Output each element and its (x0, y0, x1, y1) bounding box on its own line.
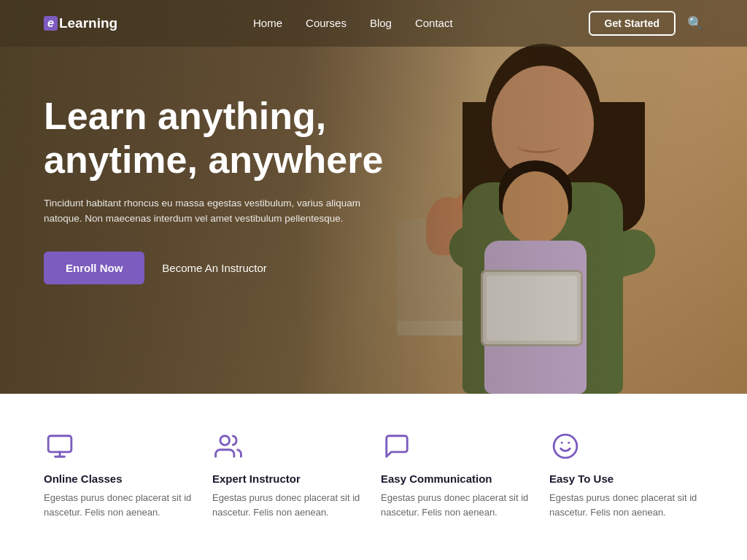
expert-instructor-title: Expert Instructor (212, 472, 366, 485)
easy-communication-desc: Egestas purus donec placerat sit id nasc… (381, 491, 535, 520)
nav-courses[interactable]: Courses (306, 17, 347, 29)
enroll-now-button[interactable]: Enroll Now (44, 252, 144, 284)
feature-online-classes: Online Classes Egestas purus donec place… (44, 430, 198, 520)
easy-to-use-icon (549, 430, 581, 462)
hero-section: Learn anything, anytime, anywhere Tincid… (0, 0, 747, 394)
hero-actions: Enroll Now Become An Instructor (44, 252, 401, 284)
online-classes-icon (44, 430, 76, 462)
feature-easy-communication: Easy Communication Egestas purus donec p… (381, 430, 535, 520)
search-icon[interactable]: 🔍 (687, 15, 703, 31)
logo-text: Learning (59, 15, 117, 31)
nav-links: Home Courses Blog Contact (253, 17, 453, 30)
hero-title: Learn anything, anytime, anywhere (44, 95, 401, 182)
logo-e: e (44, 16, 58, 31)
feature-expert-instructor: Expert Instructor Egestas purus donec pl… (212, 430, 366, 520)
nav-home[interactable]: Home (253, 17, 282, 29)
nav-container: e Learning Home Courses Blog Contact Get… (0, 0, 747, 47)
easy-communication-title: Easy Communication (381, 472, 535, 485)
easy-to-use-desc: Egestas purus donec placerat sit id nasc… (549, 491, 703, 520)
svg-point-4 (554, 435, 577, 458)
svg-rect-0 (48, 436, 71, 452)
logo[interactable]: e Learning (44, 15, 117, 31)
nav-contact[interactable]: Contact (415, 17, 453, 29)
svg-point-3 (220, 436, 230, 446)
nav-blog[interactable]: Blog (370, 17, 392, 29)
navbar: e Learning Home Courses Blog Contact Get… (0, 0, 747, 47)
nav-actions: Get Started 🔍 (589, 11, 703, 36)
get-started-button[interactable]: Get Started (589, 11, 676, 36)
easy-to-use-title: Easy To Use (549, 472, 703, 485)
become-instructor-link[interactable]: Become An Instructor (162, 262, 266, 274)
online-classes-desc: Egestas purus donec placerat sit id nasc… (44, 491, 198, 520)
features-section: Online Classes Egestas purus donec place… (0, 394, 747, 553)
expert-instructor-desc: Egestas purus donec placerat sit id nasc… (212, 491, 366, 520)
feature-easy-to-use: Easy To Use Egestas purus donec placerat… (549, 430, 703, 520)
easy-communication-icon (381, 430, 413, 462)
hero-description: Tincidunt habitant rhoncus eu massa eges… (44, 195, 401, 227)
hero-content: Learn anything, anytime, anywhere Tincid… (44, 95, 401, 284)
online-classes-title: Online Classes (44, 472, 198, 485)
expert-instructor-icon (212, 430, 244, 462)
